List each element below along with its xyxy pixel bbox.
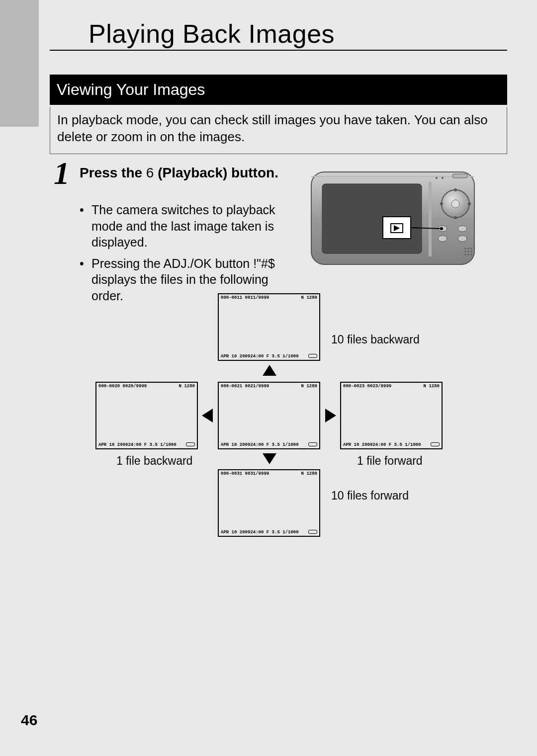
page-content: Playing Back Images Viewing Your Images … bbox=[39, 0, 507, 756]
label-1-fwd: 1 file forward bbox=[357, 454, 423, 468]
thumb-top: 000-0011 0011/9999N 1280 APR 10 200924:0… bbox=[218, 293, 320, 361]
svg-point-9 bbox=[468, 202, 471, 205]
camera-illustration bbox=[308, 169, 477, 267]
step-heading-c: (Playback) button. bbox=[154, 165, 278, 180]
svg-rect-16 bbox=[452, 174, 467, 178]
arrow-down-icon bbox=[263, 453, 276, 464]
step-heading-symbol: 6 bbox=[146, 165, 154, 180]
battery-icon bbox=[308, 354, 317, 358]
svg-point-20 bbox=[465, 251, 466, 252]
svg-rect-1 bbox=[311, 176, 474, 177]
battery-icon bbox=[308, 442, 317, 446]
battery-icon bbox=[431, 442, 440, 446]
svg-point-5 bbox=[451, 200, 459, 208]
svg-point-25 bbox=[471, 254, 472, 255]
arrow-right-icon bbox=[325, 409, 336, 422]
svg-point-31 bbox=[440, 227, 443, 230]
battery-icon bbox=[308, 530, 317, 534]
step-number: 1 bbox=[54, 155, 70, 192]
svg-point-23 bbox=[465, 254, 466, 255]
battery-icon bbox=[186, 442, 195, 446]
svg-point-8 bbox=[440, 202, 443, 205]
svg-point-12 bbox=[438, 236, 447, 242]
svg-point-11 bbox=[458, 226, 467, 232]
svg-rect-3 bbox=[429, 182, 432, 256]
intro-text: In playback mode, you can check still im… bbox=[50, 107, 507, 154]
thumb-center: 000-0021 0021/9999N 1280 APR 10 200924:0… bbox=[218, 382, 320, 449]
svg-point-15 bbox=[442, 177, 444, 179]
section-side-tab bbox=[0, 0, 39, 127]
page-number: 46 bbox=[21, 712, 37, 729]
section-heading: Viewing Your Images bbox=[50, 75, 507, 105]
thumb-left: 000-0020 0020/9999N 1280 APR 10 200924:0… bbox=[95, 382, 198, 449]
playback-diagram: 000-0011 0011/9999N 1280 APR 10 200924:0… bbox=[89, 293, 466, 547]
bullet-1: • The camera switches to playback mode a… bbox=[80, 202, 293, 251]
svg-point-14 bbox=[436, 177, 438, 179]
page-title: Playing Back Images bbox=[89, 19, 335, 49]
step-body: • The camera switches to playback mode a… bbox=[80, 202, 293, 309]
thumb-tr: N 1280 bbox=[301, 295, 317, 300]
thumb-bl: APR 10 200924:00 F 3.5 1/1000 bbox=[221, 530, 299, 535]
label-1-back: 1 file backward bbox=[116, 454, 192, 468]
arrow-left-icon bbox=[202, 409, 213, 422]
thumb-tr: N 1280 bbox=[179, 384, 195, 389]
svg-point-18 bbox=[468, 248, 469, 250]
thumb-tr: N 1280 bbox=[301, 471, 317, 476]
thumb-tl: 000-0023 0023/9999 bbox=[343, 384, 391, 389]
thumb-right: 000-0023 0023/9999N 1280 APR 10 200924:0… bbox=[340, 382, 443, 449]
thumb-bottom: 000-0031 0031/9999N 1280 APR 10 200924:0… bbox=[218, 469, 320, 537]
thumb-tl: 000-0020 0020/9999 bbox=[98, 384, 147, 389]
step-heading: Press the 6 (Playback) button. bbox=[80, 164, 283, 181]
svg-point-6 bbox=[454, 188, 457, 191]
svg-point-19 bbox=[471, 248, 472, 250]
svg-point-7 bbox=[454, 216, 457, 219]
thumb-bl: APR 10 200924:00 F 3.5 1/1000 bbox=[343, 442, 421, 447]
svg-point-22 bbox=[471, 251, 472, 252]
thumb-tl: 000-0031 0031/9999 bbox=[221, 471, 269, 476]
bullet-dot: • bbox=[80, 202, 91, 251]
step-heading-a: Press the bbox=[80, 165, 146, 180]
thumb-bl: APR 10 200924:00 F 3.5 1/1000 bbox=[98, 442, 177, 447]
thumb-tl: 000-0021 0021/9999 bbox=[221, 384, 269, 389]
title-underline bbox=[50, 50, 507, 51]
thumb-bl: APR 10 200924:00 F 3.5 1/1000 bbox=[221, 442, 299, 447]
thumb-tr: N 1280 bbox=[301, 384, 317, 389]
label-10-fwd: 10 files forward bbox=[331, 489, 409, 503]
svg-point-17 bbox=[465, 248, 466, 250]
svg-point-24 bbox=[468, 254, 469, 255]
svg-point-13 bbox=[458, 236, 467, 242]
thumb-tl: 000-0011 0011/9999 bbox=[221, 295, 269, 300]
thumb-tr: N 1280 bbox=[424, 384, 440, 389]
arrow-up-icon bbox=[263, 365, 276, 376]
bullet-1-text: The camera switches to playback mode and… bbox=[91, 202, 293, 251]
label-10-back: 10 files backward bbox=[331, 333, 420, 346]
thumb-bl: APR 10 200924:00 F 3.5 1/1000 bbox=[221, 354, 299, 359]
svg-point-21 bbox=[468, 251, 469, 252]
